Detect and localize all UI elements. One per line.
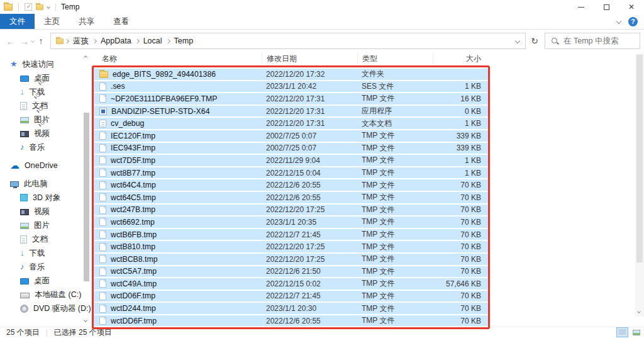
file-name-cell: wct7D5F.tmp <box>94 156 262 165</box>
sidebar-item-pc-dvd-drive-d[interactable]: DVD 驱动器 (D:) <box>0 301 91 315</box>
file-row[interactable]: BANDIZIP-SETUP-STD-X642022/12/20 17:31应用… <box>94 106 489 118</box>
file-row[interactable]: wctC49A.tmp2022/12/15 0:02TMP 文件57,646 K… <box>94 278 489 291</box>
collapse-ribbon-icon[interactable] <box>616 19 621 24</box>
breadcrumb-segment[interactable]: Local <box>140 37 165 45</box>
sidebar-item-qa-pictures[interactable]: 图片 <box>0 113 91 127</box>
sidebar-item-qa-videos[interactable]: 视频 <box>0 127 91 140</box>
sidebar-item-pc-documents[interactable]: 文档 <box>0 232 91 246</box>
scroll-down-icon[interactable] <box>84 318 87 322</box>
file-name-cell: wctC49A.tmp <box>94 279 262 288</box>
file-row[interactable]: wctC5A7.tmp2022/12/6 21:50TMP 文件70 KB <box>94 266 489 279</box>
scroll-up-icon[interactable] <box>84 55 87 59</box>
breadcrumb-segment[interactable]: AppData <box>97 37 135 45</box>
search-box[interactable] <box>545 33 640 49</box>
file-row[interactable]: wct7D5F.tmp2022/11/29 9:04TMP 文件1 KB <box>94 155 489 167</box>
sidebar-item-pc-downloads[interactable]: 下载 <box>0 246 91 260</box>
file-row[interactable]: cv_debug2022/12/20 17:31文本文档1 KB <box>94 118 489 130</box>
scroll-down-icon[interactable] <box>637 310 641 313</box>
sidebar-item-pc-desktop[interactable]: 桌面 <box>0 274 91 288</box>
file-size-cell: 0 KB <box>433 107 489 116</box>
file-name: wctD244.tmp <box>111 304 156 313</box>
breadcrumb-segment[interactable]: 蓝孩 <box>70 36 92 47</box>
file-name-cell: wct64C5.tmp <box>94 193 262 202</box>
location-folder-icon <box>56 38 64 44</box>
pictures-icon <box>20 223 29 229</box>
scrollbar-thumb[interactable] <box>84 113 89 281</box>
sidebar-item-this-pc[interactable]: 此电脑 <box>0 177 91 191</box>
file-row[interactable]: wctB810.tmp2022/12/20 17:25TMP 文件70 KB <box>94 241 489 254</box>
up-button[interactable]: ↑ <box>34 33 48 48</box>
thumbnails-view-button[interactable] <box>630 327 642 337</box>
sidebar-item-qa-music[interactable]: 音乐 <box>0 140 91 154</box>
column-header-size[interactable]: 大小 <box>433 52 489 65</box>
file-row[interactable]: wct6692.tmp2023/1/1 20:35TMP 文件70 KB <box>94 217 489 229</box>
sidebar-item-onedrive[interactable]: OneDrive <box>0 159 91 172</box>
sidebar-item-qa-downloads[interactable]: 下载 <box>0 85 91 99</box>
music-icon <box>20 262 25 271</box>
file-row[interactable]: wct64C5.tmp2022/12/6 20:55TMP 文件70 KB <box>94 192 489 205</box>
file-row[interactable]: wct64C4.tmp2022/12/6 20:55TMP 文件70 KB <box>94 179 489 192</box>
tab-home[interactable]: 主页 <box>35 14 69 29</box>
desktop-icon <box>20 76 29 82</box>
back-button[interactable]: ← <box>4 33 18 48</box>
file-name-cell: wctB810.tmp <box>94 242 262 251</box>
file-name: wct8B77.tmp <box>111 169 155 177</box>
file-date-cell: 2022/12/7 21:45 <box>262 230 357 239</box>
file-row[interactable]: ~DF20E3111DFBA96EF9.TMP2022/12/20 17:31T… <box>94 93 489 106</box>
sidebar-item-qa-desktop[interactable]: 桌面 <box>0 71 91 85</box>
address-bar[interactable]: 蓝孩AppDataLocalTemp <box>50 33 526 49</box>
sidebar-item-pc-3d-objects[interactable]: 3D 对象 <box>0 191 91 205</box>
file-size-cell: 70 KB <box>433 181 489 189</box>
maximize-button[interactable] <box>594 0 619 14</box>
file-icon <box>99 132 106 140</box>
video-icon <box>20 209 29 215</box>
file-row[interactable]: IEC943F.tmp2002/7/25 0:07TMP 文件339 KB <box>94 143 489 155</box>
sidebar-item-quick-access[interactable]: 快速访问 <box>0 57 91 71</box>
file-row[interactable]: wctD06F.tmp2022/12/7 21:45TMP 文件70 KB <box>94 291 489 303</box>
file-name: edge_BITS_9892_494401386 <box>113 70 216 79</box>
file-row[interactable]: wctD244.tmp2023/1/1 20:30TMP 文件70 KB <box>94 303 489 315</box>
sidebar-item-pc-local-disk-c[interactable]: 本地磁盘 (C:) <box>0 288 91 301</box>
breadcrumb-segment[interactable]: Temp <box>171 37 197 45</box>
file-name-cell: wctBCB8.tmp <box>94 255 262 264</box>
file-size-cell: 1 KB <box>433 156 489 165</box>
help-button[interactable]: ? <box>628 17 638 26</box>
file-row[interactable]: wctBCB8.tmp2022/12/20 17:25TMP 文件70 KB <box>94 254 489 266</box>
file-row[interactable]: wct247B.tmp2022/12/20 17:25TMP 文件70 KB <box>94 205 489 217</box>
sidebar-scrollbar[interactable] <box>82 52 91 327</box>
column-headers: 名称 修改日期 类型 大小 <box>94 52 644 65</box>
refresh-button[interactable]: ↻ <box>526 33 543 49</box>
forward-button[interactable]: → <box>18 33 31 48</box>
search-input[interactable] <box>564 37 634 45</box>
new-folder-icon[interactable] <box>36 4 43 10</box>
column-header-type[interactable]: 类型 <box>357 52 433 65</box>
file-row[interactable]: IEC120F.tmp2002/7/25 0:07TMP 文件339 KB <box>94 130 489 143</box>
sidebar-item-label: OneDrive <box>25 161 58 170</box>
details-view-icon <box>619 330 626 335</box>
address-dropdown-icon[interactable] <box>510 39 525 43</box>
ribbon-tab-bar: 文件 主页 共享 查看 ? <box>0 14 644 30</box>
file-row[interactable]: .ses2023/1/1 20:42SES 文件1 KB <box>94 81 489 94</box>
thumbnails-view-icon <box>633 330 640 335</box>
column-header-name[interactable]: 名称 <box>94 52 262 65</box>
sidebar-item-pc-music[interactable]: 音乐 <box>0 260 91 274</box>
sidebar-item-pc-videos[interactable]: 视频 <box>0 205 91 218</box>
column-header-date-modified[interactable]: 修改日期 <box>262 52 357 65</box>
tab-share[interactable]: 共享 <box>69 14 104 29</box>
minimize-button[interactable] <box>569 0 594 14</box>
customize-qat-icon[interactable] <box>47 5 50 9</box>
tab-file[interactable]: 文件 <box>0 14 35 29</box>
file-row[interactable]: wct8B77.tmp2022/12/15 0:04TMP 文件1 KB <box>94 167 489 180</box>
properties-icon[interactable] <box>25 3 32 11</box>
scrollbar-thumb[interactable] <box>636 55 643 262</box>
file-row[interactable]: wctDD6F.tmp2022/12/6 20:55TMP 文件70 KB <box>94 315 489 328</box>
tab-view[interactable]: 查看 <box>104 14 138 29</box>
close-button[interactable]: ✕ <box>619 0 644 14</box>
file-row[interactable]: wctB6FB.tmp2022/12/7 21:45TMP 文件70 KB <box>94 229 489 242</box>
sidebar-item-pc-pictures[interactable]: 图片 <box>0 218 91 232</box>
file-type-cell: TMP 文件 <box>357 315 433 326</box>
details-view-button[interactable] <box>616 327 628 337</box>
sidebar-item-qa-documents[interactable]: 文档 <box>0 99 91 113</box>
file-list-scrollbar[interactable] <box>635 54 644 317</box>
file-row[interactable]: edge_BITS_9892_4944013862022/12/20 17:32… <box>94 69 489 81</box>
